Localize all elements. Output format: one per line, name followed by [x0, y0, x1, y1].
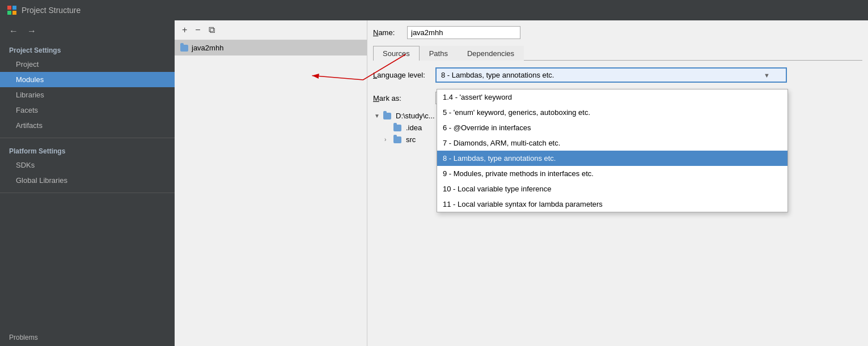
- tree-src-label: src: [406, 135, 416, 144]
- dropdown-option-1.4[interactable]: 1.4 - 'assert' keyword: [437, 89, 787, 105]
- sidebar-item-libraries[interactable]: Libraries: [0, 87, 175, 102]
- title-bar: Project Structure: [0, 0, 868, 20]
- tab-sources[interactable]: Sources: [373, 46, 420, 61]
- dropdown-selected-value: 8 - Lambdas, type annotations etc.: [441, 71, 554, 79]
- project-settings-label: Project Settings: [0, 42, 175, 57]
- problems-label[interactable]: Problems: [0, 329, 175, 346]
- tree-src-folder-icon: [393, 136, 401, 143]
- sidebar-item-sdks[interactable]: SDKs: [0, 157, 175, 173]
- sidebar: ← → Project Settings Project Modules Lib…: [0, 20, 175, 346]
- name-label: Name:: [373, 28, 401, 37]
- sidebar-item-artifacts[interactable]: Artifacts: [0, 118, 175, 133]
- tree-chevron-root: ▼: [374, 113, 381, 119]
- tab-dependencies[interactable]: Dependencies: [458, 46, 524, 61]
- main-panel: + − ⧉ java2mhh: [175, 20, 868, 346]
- dropdown-arrow-icon: ▼: [764, 72, 770, 79]
- sidebar-item-modules[interactable]: Modules: [0, 72, 175, 87]
- window-title: Project Structure: [22, 6, 81, 15]
- svg-rect-2: [7, 11, 11, 15]
- tree-root-label: D:\study\c...: [396, 112, 435, 120]
- name-input[interactable]: [407, 26, 520, 39]
- module-toolbar: + − ⧉: [175, 20, 367, 40]
- sidebar-item-global-libraries[interactable]: Global Libraries: [0, 173, 175, 188]
- module-list-panel: + − ⧉ java2mhh: [175, 20, 367, 346]
- dropdown-list: 1.4 - 'assert' keyword 5 - 'enum' keywor…: [437, 89, 788, 212]
- svg-rect-3: [12, 11, 16, 15]
- dropdown-option-11[interactable]: 11 - Local variable syntax for lambda pa…: [437, 197, 787, 212]
- svg-rect-1: [12, 6, 16, 10]
- dropdown-option-10[interactable]: 10 - Local variable type inference: [437, 181, 787, 197]
- dropdown-option-8[interactable]: 8 - Lambdas, type annotations etc.: [437, 151, 787, 166]
- tree-src-chevron: ›: [384, 136, 391, 143]
- back-button[interactable]: ←: [6, 25, 22, 37]
- module-folder-icon: [180, 45, 188, 52]
- project-structure-window: Project Structure ← → Project Settings P…: [0, 0, 868, 346]
- right-panel: Name: Sources Paths Dependencies Languag…: [367, 20, 868, 346]
- language-level-row: Language level: 8 - Lambdas, type annota…: [373, 67, 862, 83]
- tree-idea-label: .idea: [406, 123, 422, 132]
- tree-root-folder-icon: [383, 113, 391, 119]
- language-level-label: Language level:: [373, 71, 430, 79]
- language-level-dropdown[interactable]: 8 - Lambdas, type annotations etc. ▼: [435, 67, 787, 83]
- sidebar-item-facets[interactable]: Facets: [0, 102, 175, 118]
- dropdown-option-5[interactable]: 5 - 'enum' keyword, generics, autoboxing…: [437, 105, 787, 120]
- mark-as-label: Mark as:: [373, 94, 430, 102]
- module-item-java2mhh[interactable]: java2mhh: [175, 40, 367, 55]
- dropdown-option-9[interactable]: 9 - Modules, private methods in interfac…: [437, 166, 787, 181]
- tree-idea-folder-icon: [393, 125, 401, 131]
- sidebar-divider: [0, 138, 175, 138]
- remove-module-button[interactable]: −: [192, 24, 203, 36]
- content-area: ← → Project Settings Project Modules Lib…: [0, 20, 868, 346]
- tabs-row: Sources Paths Dependencies: [373, 46, 862, 61]
- add-module-button[interactable]: +: [179, 24, 190, 36]
- svg-rect-0: [7, 6, 11, 10]
- app-icon: [7, 5, 17, 15]
- dropdown-option-6[interactable]: 6 - @Override in interfaces: [437, 120, 787, 135]
- platform-settings-label: Platform Settings: [0, 143, 175, 157]
- sidebar-divider-2: [0, 193, 175, 193]
- module-item-label: java2mhh: [192, 44, 223, 52]
- tab-paths[interactable]: Paths: [420, 46, 458, 61]
- name-row: Name:: [373, 26, 862, 39]
- forward-button[interactable]: →: [24, 25, 40, 37]
- copy-module-button[interactable]: ⧉: [206, 24, 218, 36]
- dropdown-option-7[interactable]: 7 - Diamonds, ARM, multi-catch etc.: [437, 135, 787, 151]
- nav-buttons: ← →: [0, 20, 175, 42]
- sidebar-item-project[interactable]: Project: [0, 57, 175, 72]
